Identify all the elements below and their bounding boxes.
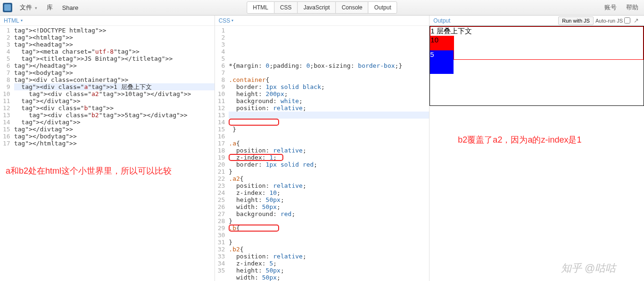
output-a-text: 1 层叠上下文 [430, 27, 472, 35]
menu-file[interactable]: 文件 ▾ [16, 2, 41, 13]
watermark: 知乎 @咕咕 [561, 261, 616, 275]
css-editor[interactable]: 1234567891011121314151617181920212223242… [215, 26, 429, 281]
jsbin-logo-icon [3, 3, 12, 12]
tab-css[interactable]: CSS [274, 1, 298, 14]
html-pane: HTML ▾ 1234567891011121314151617 tag"><!… [0, 16, 215, 281]
account-link[interactable]: 账号 [602, 2, 619, 13]
menu-library[interactable]: 库 [43, 2, 57, 13]
output-body: 1 层叠上下文 10 5 [429, 26, 644, 281]
tab-javascript[interactable]: JavaScript [297, 1, 336, 14]
panel-tabs: HTML CSS JavaScript Console Output [247, 1, 397, 14]
help-link[interactable]: 帮助 [623, 2, 641, 13]
css-pane-header[interactable]: CSS ▾ [215, 16, 429, 26]
annotation-left: a和b2处在html这个小世界里，所以可以比较 [6, 165, 172, 177]
run-with-js-button[interactable]: Run with JS [558, 16, 594, 25]
popout-icon[interactable]: ↗ [632, 17, 640, 24]
output-b2-box: 5 [430, 50, 454, 74]
output-pane-header: Output Run with JS Auto-run JS ↗ [429, 16, 644, 26]
tab-console[interactable]: Console [336, 1, 369, 14]
main-area: HTML ▾ 1234567891011121314151617 tag"><!… [0, 16, 644, 281]
html-editor[interactable]: 1234567891011121314151617 tag"><!DOCTYPE… [0, 26, 215, 148]
tab-output[interactable]: Output [368, 1, 397, 14]
output-title: Output [433, 17, 450, 24]
menu-share[interactable]: Share [58, 3, 83, 13]
top-toolbar: 文件 ▾ 库 Share HTML CSS JavaScript Console… [0, 0, 644, 16]
annotation-right: b2覆盖了a2，因为a的z-index是1 [458, 134, 581, 145]
auto-run-toggle[interactable]: Auto-run JS [595, 17, 630, 24]
html-pane-header[interactable]: HTML ▾ [0, 16, 215, 26]
css-pane: CSS ▾ 1234567891011121314151617181920212… [215, 16, 430, 281]
output-pane: Output Run with JS Auto-run JS ↗ 1 层叠上下文… [429, 16, 644, 281]
tab-html[interactable]: HTML [247, 1, 274, 14]
